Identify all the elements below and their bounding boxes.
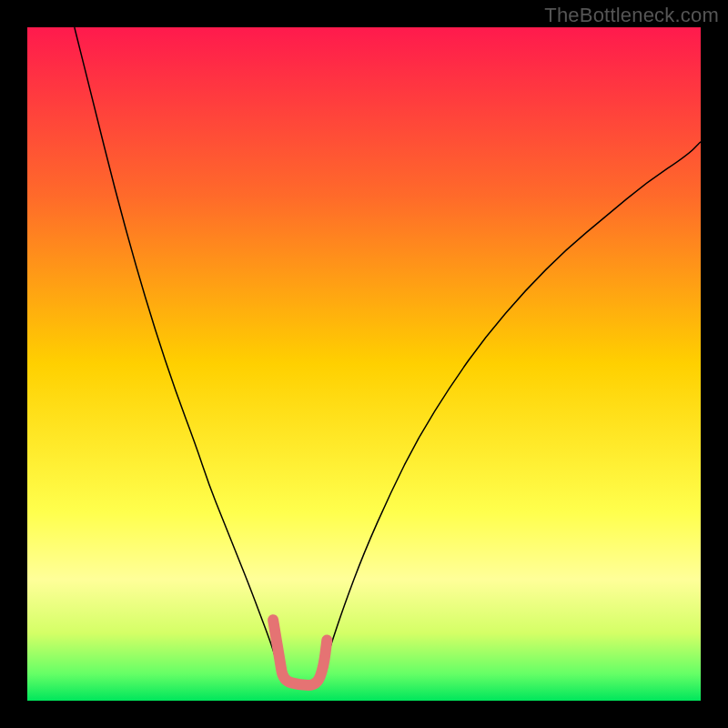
- plot-area: [27, 27, 701, 701]
- chart-container: TheBottleneck.com: [0, 0, 728, 728]
- series-curve-left: [75, 27, 282, 677]
- series-curve-right: [320, 142, 701, 677]
- series-pink-segment: [273, 620, 327, 685]
- watermark-text: TheBottleneck.com: [544, 4, 719, 27]
- curves-overlay: [27, 27, 701, 701]
